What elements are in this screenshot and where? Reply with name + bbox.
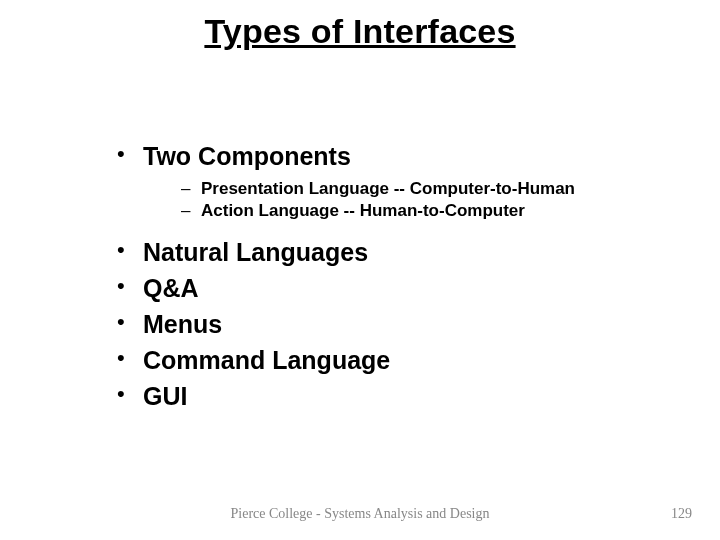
bullet-item: Command Language bbox=[115, 344, 660, 376]
page-number: 129 bbox=[671, 506, 692, 522]
slide: Types of Interfaces Two Components Prese… bbox=[0, 0, 720, 540]
bullet-item: Natural Languages bbox=[115, 236, 660, 268]
sub-bullet-item: Action Language -- Human-to-Computer bbox=[181, 200, 660, 222]
slide-footer: Pierce College - Systems Analysis and De… bbox=[0, 506, 720, 522]
sub-bullet-text: Action Language -- Human-to-Computer bbox=[201, 201, 525, 220]
bullet-text: Q&A bbox=[143, 274, 199, 302]
slide-title: Types of Interfaces bbox=[0, 12, 720, 51]
sub-bullet-text: Presentation Language -- Computer-to-Hum… bbox=[201, 179, 575, 198]
sub-bullet-item: Presentation Language -- Computer-to-Hum… bbox=[181, 178, 660, 200]
bullet-item: Q&A bbox=[115, 272, 660, 304]
slide-content: Two Components Presentation Language -- … bbox=[115, 140, 660, 416]
bullet-item: Menus bbox=[115, 308, 660, 340]
bullet-text: Two Components bbox=[143, 142, 351, 170]
bullet-text: Menus bbox=[143, 310, 222, 338]
bullet-item: Two Components Presentation Language -- … bbox=[115, 140, 660, 222]
bullet-list: Two Components Presentation Language -- … bbox=[115, 140, 660, 412]
bullet-text: Command Language bbox=[143, 346, 390, 374]
bullet-item: GUI bbox=[115, 380, 660, 412]
bullet-text: Natural Languages bbox=[143, 238, 368, 266]
bullet-text: GUI bbox=[143, 382, 187, 410]
sub-bullet-list: Presentation Language -- Computer-to-Hum… bbox=[143, 178, 660, 222]
